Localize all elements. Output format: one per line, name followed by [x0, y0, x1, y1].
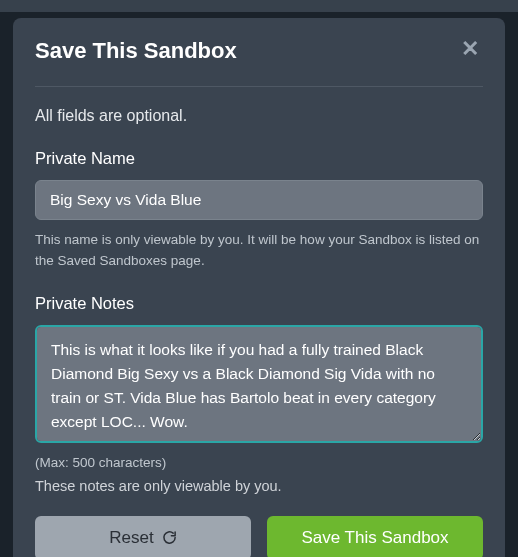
save-label: Save This Sandbox: [301, 528, 448, 548]
button-row: Reset Save This Sandbox: [35, 516, 483, 557]
modal-title: Save This Sandbox: [35, 38, 237, 64]
divider: [35, 86, 483, 87]
modal-subtitle: All fields are optional.: [35, 107, 483, 125]
refresh-icon: [162, 530, 177, 545]
save-button[interactable]: Save This Sandbox: [267, 516, 483, 557]
notes-max: (Max: 500 characters): [35, 455, 483, 470]
private-notes-textarea[interactable]: This is what it looks like if you had a …: [35, 325, 483, 443]
private-notes-label: Private Notes: [35, 294, 483, 313]
close-icon[interactable]: ✕: [457, 38, 483, 60]
notes-helper: These notes are only viewable by you.: [35, 478, 483, 494]
reset-button[interactable]: Reset: [35, 516, 251, 557]
modal-header: Save This Sandbox ✕: [35, 38, 483, 64]
private-name-input[interactable]: [35, 180, 483, 220]
save-sandbox-modal: Save This Sandbox ✕ All fields are optio…: [13, 18, 505, 557]
private-name-label: Private Name: [35, 149, 483, 168]
reset-label: Reset: [109, 528, 153, 548]
private-name-helper: This name is only viewable by you. It wi…: [35, 230, 483, 272]
